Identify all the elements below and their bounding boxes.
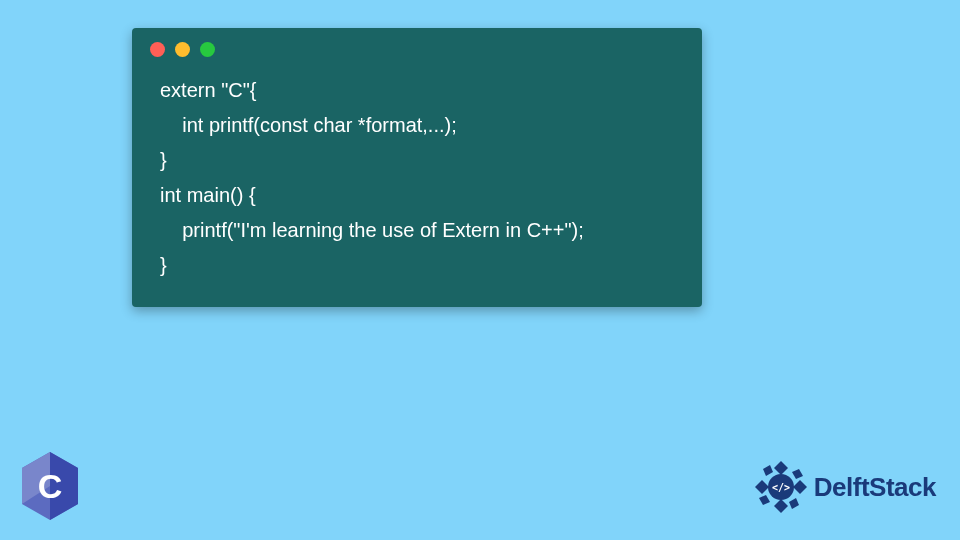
delftstack-logo: </> DelftStack — [752, 458, 936, 516]
code-line: int main() { — [160, 184, 256, 206]
code-line: printf("I'm learning the use of Extern i… — [160, 219, 584, 241]
maximize-dot-icon — [200, 42, 215, 57]
brand-name: DelftStack — [814, 472, 936, 503]
delftstack-emblem-icon: </> — [752, 458, 810, 516]
svg-marker-8 — [759, 495, 770, 505]
minimize-dot-icon — [175, 42, 190, 57]
c-language-logo-icon: C — [18, 450, 82, 522]
c-letter: C — [38, 467, 63, 505]
code-line: } — [160, 149, 167, 171]
code-line: } — [160, 254, 167, 276]
svg-marker-9 — [763, 465, 773, 476]
svg-marker-5 — [755, 480, 769, 494]
code-line: int printf(const char *format,...); — [160, 114, 457, 136]
svg-marker-4 — [774, 499, 788, 513]
svg-marker-6 — [793, 480, 807, 494]
code-block: extern "C"{ int printf(const char *forma… — [132, 65, 702, 283]
svg-marker-3 — [774, 461, 788, 475]
svg-marker-7 — [792, 469, 803, 479]
code-window: extern "C"{ int printf(const char *forma… — [132, 28, 702, 307]
svg-text:</>: </> — [772, 482, 790, 493]
svg-marker-10 — [789, 498, 799, 509]
close-dot-icon — [150, 42, 165, 57]
code-line: extern "C"{ — [160, 79, 256, 101]
window-controls — [132, 28, 702, 65]
